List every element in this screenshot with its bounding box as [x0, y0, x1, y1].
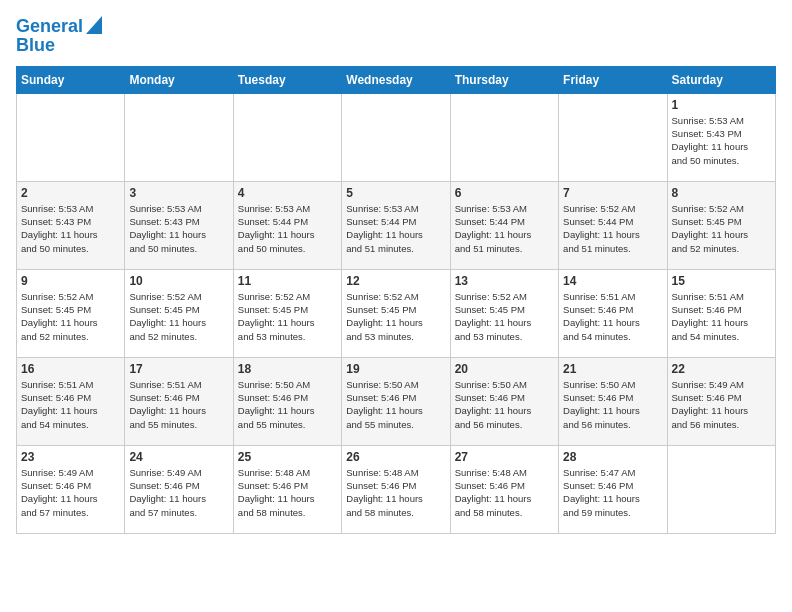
day-info: Sunrise: 5:49 AM Sunset: 5:46 PM Dayligh…: [129, 466, 228, 519]
day-info: Sunrise: 5:53 AM Sunset: 5:44 PM Dayligh…: [455, 202, 554, 255]
day-info: Sunrise: 5:50 AM Sunset: 5:46 PM Dayligh…: [563, 378, 662, 431]
calendar-day-cell: 13Sunrise: 5:52 AM Sunset: 5:45 PM Dayli…: [450, 269, 558, 357]
calendar-day-cell: 26Sunrise: 5:48 AM Sunset: 5:46 PM Dayli…: [342, 445, 450, 533]
day-number: 21: [563, 362, 662, 376]
calendar-day-cell: [559, 93, 667, 181]
day-info: Sunrise: 5:49 AM Sunset: 5:46 PM Dayligh…: [21, 466, 120, 519]
calendar-day-cell: 27Sunrise: 5:48 AM Sunset: 5:46 PM Dayli…: [450, 445, 558, 533]
calendar-week-row: 2Sunrise: 5:53 AM Sunset: 5:43 PM Daylig…: [17, 181, 776, 269]
day-info: Sunrise: 5:53 AM Sunset: 5:44 PM Dayligh…: [238, 202, 337, 255]
day-number: 25: [238, 450, 337, 464]
calendar-day-cell: 22Sunrise: 5:49 AM Sunset: 5:46 PM Dayli…: [667, 357, 775, 445]
calendar-day-cell: 6Sunrise: 5:53 AM Sunset: 5:44 PM Daylig…: [450, 181, 558, 269]
calendar-day-cell: 12Sunrise: 5:52 AM Sunset: 5:45 PM Dayli…: [342, 269, 450, 357]
calendar-week-row: 9Sunrise: 5:52 AM Sunset: 5:45 PM Daylig…: [17, 269, 776, 357]
day-info: Sunrise: 5:53 AM Sunset: 5:44 PM Dayligh…: [346, 202, 445, 255]
day-number: 3: [129, 186, 228, 200]
calendar-day-cell: 2Sunrise: 5:53 AM Sunset: 5:43 PM Daylig…: [17, 181, 125, 269]
calendar-table: SundayMondayTuesdayWednesdayThursdayFrid…: [16, 66, 776, 534]
day-info: Sunrise: 5:50 AM Sunset: 5:46 PM Dayligh…: [238, 378, 337, 431]
day-number: 23: [21, 450, 120, 464]
day-number: 13: [455, 274, 554, 288]
calendar-day-cell: 20Sunrise: 5:50 AM Sunset: 5:46 PM Dayli…: [450, 357, 558, 445]
calendar-day-cell: [342, 93, 450, 181]
calendar-day-cell: 11Sunrise: 5:52 AM Sunset: 5:45 PM Dayli…: [233, 269, 341, 357]
day-number: 1: [672, 98, 771, 112]
day-number: 6: [455, 186, 554, 200]
calendar-day-cell: 1Sunrise: 5:53 AM Sunset: 5:43 PM Daylig…: [667, 93, 775, 181]
day-info: Sunrise: 5:52 AM Sunset: 5:45 PM Dayligh…: [129, 290, 228, 343]
day-number: 19: [346, 362, 445, 376]
day-number: 8: [672, 186, 771, 200]
calendar-day-cell: 17Sunrise: 5:51 AM Sunset: 5:46 PM Dayli…: [125, 357, 233, 445]
calendar-week-row: 1Sunrise: 5:53 AM Sunset: 5:43 PM Daylig…: [17, 93, 776, 181]
day-info: Sunrise: 5:50 AM Sunset: 5:46 PM Dayligh…: [455, 378, 554, 431]
calendar-day-cell: 24Sunrise: 5:49 AM Sunset: 5:46 PM Dayli…: [125, 445, 233, 533]
day-number: 14: [563, 274, 662, 288]
calendar-week-row: 23Sunrise: 5:49 AM Sunset: 5:46 PM Dayli…: [17, 445, 776, 533]
day-info: Sunrise: 5:48 AM Sunset: 5:46 PM Dayligh…: [346, 466, 445, 519]
calendar-day-cell: [125, 93, 233, 181]
day-info: Sunrise: 5:52 AM Sunset: 5:45 PM Dayligh…: [455, 290, 554, 343]
calendar-day-cell: 9Sunrise: 5:52 AM Sunset: 5:45 PM Daylig…: [17, 269, 125, 357]
day-info: Sunrise: 5:49 AM Sunset: 5:46 PM Dayligh…: [672, 378, 771, 431]
day-info: Sunrise: 5:52 AM Sunset: 5:45 PM Dayligh…: [672, 202, 771, 255]
calendar-day-cell: [17, 93, 125, 181]
day-of-week-header: Wednesday: [342, 66, 450, 93]
day-of-week-header: Tuesday: [233, 66, 341, 93]
calendar-day-cell: 16Sunrise: 5:51 AM Sunset: 5:46 PM Dayli…: [17, 357, 125, 445]
day-number: 22: [672, 362, 771, 376]
svg-marker-0: [86, 16, 102, 34]
calendar-day-cell: [667, 445, 775, 533]
day-info: Sunrise: 5:48 AM Sunset: 5:46 PM Dayligh…: [455, 466, 554, 519]
day-number: 28: [563, 450, 662, 464]
day-of-week-header: Monday: [125, 66, 233, 93]
calendar-day-cell: 15Sunrise: 5:51 AM Sunset: 5:46 PM Dayli…: [667, 269, 775, 357]
day-of-week-header: Saturday: [667, 66, 775, 93]
day-info: Sunrise: 5:53 AM Sunset: 5:43 PM Dayligh…: [129, 202, 228, 255]
day-number: 18: [238, 362, 337, 376]
day-info: Sunrise: 5:52 AM Sunset: 5:45 PM Dayligh…: [238, 290, 337, 343]
calendar-day-cell: 19Sunrise: 5:50 AM Sunset: 5:46 PM Dayli…: [342, 357, 450, 445]
calendar-day-cell: 3Sunrise: 5:53 AM Sunset: 5:43 PM Daylig…: [125, 181, 233, 269]
calendar-day-cell: 21Sunrise: 5:50 AM Sunset: 5:46 PM Dayli…: [559, 357, 667, 445]
day-number: 10: [129, 274, 228, 288]
calendar-day-cell: 14Sunrise: 5:51 AM Sunset: 5:46 PM Dayli…: [559, 269, 667, 357]
day-number: 17: [129, 362, 228, 376]
day-number: 9: [21, 274, 120, 288]
calendar-day-cell: 8Sunrise: 5:52 AM Sunset: 5:45 PM Daylig…: [667, 181, 775, 269]
day-info: Sunrise: 5:52 AM Sunset: 5:44 PM Dayligh…: [563, 202, 662, 255]
day-of-week-header: Sunday: [17, 66, 125, 93]
logo-triangle-icon: [86, 16, 102, 34]
day-number: 27: [455, 450, 554, 464]
day-info: Sunrise: 5:51 AM Sunset: 5:46 PM Dayligh…: [21, 378, 120, 431]
day-number: 12: [346, 274, 445, 288]
day-info: Sunrise: 5:50 AM Sunset: 5:46 PM Dayligh…: [346, 378, 445, 431]
calendar-week-row: 16Sunrise: 5:51 AM Sunset: 5:46 PM Dayli…: [17, 357, 776, 445]
day-info: Sunrise: 5:51 AM Sunset: 5:46 PM Dayligh…: [129, 378, 228, 431]
calendar-day-cell: 18Sunrise: 5:50 AM Sunset: 5:46 PM Dayli…: [233, 357, 341, 445]
logo-blue-text: Blue: [16, 36, 55, 56]
day-number: 20: [455, 362, 554, 376]
calendar-day-cell: 25Sunrise: 5:48 AM Sunset: 5:46 PM Dayli…: [233, 445, 341, 533]
day-of-week-header: Friday: [559, 66, 667, 93]
calendar-day-cell: 4Sunrise: 5:53 AM Sunset: 5:44 PM Daylig…: [233, 181, 341, 269]
calendar-day-cell: 7Sunrise: 5:52 AM Sunset: 5:44 PM Daylig…: [559, 181, 667, 269]
calendar-day-cell: [233, 93, 341, 181]
calendar-day-cell: 5Sunrise: 5:53 AM Sunset: 5:44 PM Daylig…: [342, 181, 450, 269]
day-number: 5: [346, 186, 445, 200]
day-info: Sunrise: 5:51 AM Sunset: 5:46 PM Dayligh…: [672, 290, 771, 343]
day-number: 2: [21, 186, 120, 200]
day-of-week-header: Thursday: [450, 66, 558, 93]
logo: General Blue: [16, 16, 102, 56]
day-info: Sunrise: 5:52 AM Sunset: 5:45 PM Dayligh…: [21, 290, 120, 343]
calendar-day-cell: [450, 93, 558, 181]
day-number: 26: [346, 450, 445, 464]
day-info: Sunrise: 5:52 AM Sunset: 5:45 PM Dayligh…: [346, 290, 445, 343]
calendar-day-cell: 28Sunrise: 5:47 AM Sunset: 5:46 PM Dayli…: [559, 445, 667, 533]
day-number: 16: [21, 362, 120, 376]
day-info: Sunrise: 5:47 AM Sunset: 5:46 PM Dayligh…: [563, 466, 662, 519]
calendar-day-cell: 10Sunrise: 5:52 AM Sunset: 5:45 PM Dayli…: [125, 269, 233, 357]
page-header: General Blue: [16, 16, 776, 56]
day-number: 7: [563, 186, 662, 200]
